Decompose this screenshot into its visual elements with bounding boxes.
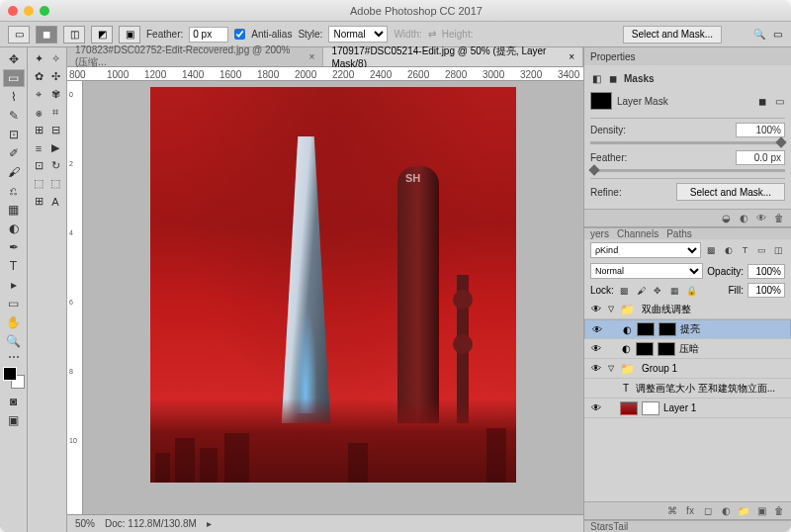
- visibility-icon[interactable]: 👁: [590, 363, 602, 374]
- pixel-mask-icon[interactable]: ◼: [756, 95, 768, 107]
- layers-tab[interactable]: yers: [590, 228, 609, 239]
- brush-tool[interactable]: 🖌: [3, 163, 25, 181]
- ext-tool-5[interactable]: ⌖: [31, 86, 46, 103]
- selection-new-button[interactable]: ◼: [36, 26, 57, 44]
- lasso-tool[interactable]: ⌇: [3, 88, 25, 106]
- refine-select-mask-button[interactable]: Select and Mask...: [676, 183, 785, 201]
- ext-tool-1[interactable]: ✦: [31, 50, 46, 67]
- mask-from-selection-icon[interactable]: ◒: [720, 213, 732, 224]
- add-adjustment-icon[interactable]: ◐: [720, 505, 732, 517]
- vector-mask-icon[interactable]: ▭: [773, 95, 785, 107]
- ext-tool-12[interactable]: ▶: [47, 139, 63, 156]
- workspace-icon[interactable]: ▭: [771, 29, 783, 41]
- layer-row[interactable]: 👁◐压暗: [584, 339, 791, 359]
- ext-tool-16[interactable]: ⬚: [47, 175, 63, 192]
- canvas-viewport[interactable]: SH: [83, 81, 583, 514]
- paths-tab[interactable]: Paths: [666, 228, 692, 239]
- layer-filter-select[interactable]: ρKind: [590, 242, 701, 258]
- hand-tool[interactable]: ✋: [3, 313, 25, 331]
- lock-paint-icon[interactable]: 🖌: [635, 284, 648, 297]
- ext-tool-9[interactable]: ⊞: [31, 122, 46, 138]
- document-tab-0[interactable]: 170823#DSC02752-Edit-Recovered.jpg @ 200…: [67, 47, 323, 66]
- ext-tool-11[interactable]: ≡: [31, 139, 46, 156]
- visibility-icon[interactable]: 👁: [590, 304, 602, 314]
- path-select-tool[interactable]: ▸: [3, 276, 25, 294]
- layer-thumbnail[interactable]: [620, 401, 638, 415]
- move-tool[interactable]: ✥: [3, 50, 25, 68]
- mask-thumbnail[interactable]: [658, 342, 675, 356]
- shape-tool[interactable]: ▭: [3, 295, 25, 312]
- close-tab-icon[interactable]: ×: [309, 51, 315, 62]
- lock-trans-icon[interactable]: ▩: [618, 284, 631, 297]
- ext-tool-14[interactable]: ↻: [47, 157, 63, 174]
- visibility-icon[interactable]: 👁: [590, 402, 602, 413]
- add-mask-icon[interactable]: ◻: [702, 505, 714, 517]
- layer-row[interactable]: T调整画笔大小 至和建筑物立面...: [584, 379, 791, 399]
- layer-thumbnail[interactable]: [637, 322, 655, 336]
- document-tab-1[interactable]: 170917#DSC05214-Edit.jpg @ 50% (提亮, Laye…: [323, 47, 583, 66]
- delete-layer-icon[interactable]: 🗑: [773, 505, 785, 517]
- selection-subtract-button[interactable]: ◩: [91, 26, 113, 44]
- feather-slider[interactable]: [590, 169, 785, 172]
- link-layers-icon[interactable]: ⌘: [666, 505, 678, 517]
- select-and-mask-button[interactable]: Select and Mask...: [623, 26, 722, 44]
- fill-value[interactable]: 100%: [747, 283, 785, 298]
- density-value[interactable]: 100%: [736, 123, 785, 137]
- ext-tool-7[interactable]: ⎈: [31, 104, 46, 121]
- adjust-icon[interactable]: ◧: [590, 72, 602, 84]
- starstail-panel-tab[interactable]: StarsTail: [584, 520, 791, 532]
- feather-input[interactable]: [189, 27, 228, 43]
- zoom-window-button[interactable]: [40, 6, 49, 16]
- zoom-level[interactable]: 50%: [75, 518, 95, 529]
- visibility-icon[interactable]: 👁: [590, 343, 602, 354]
- type-tool[interactable]: T: [3, 257, 25, 275]
- ext-tool-18[interactable]: A: [47, 193, 63, 210]
- ext-tool-10[interactable]: ⊟: [47, 122, 63, 138]
- quick-mask-toggle[interactable]: ◙: [3, 393, 25, 410]
- layer-thumbnail[interactable]: [636, 342, 654, 356]
- minimize-window-button[interactable]: [24, 6, 34, 16]
- crop-tool[interactable]: ⊡: [3, 126, 25, 143]
- eyedropper-tool[interactable]: ✐: [3, 144, 25, 162]
- marquee-tool[interactable]: ▭: [3, 69, 25, 87]
- pen-tool[interactable]: ✒: [3, 238, 25, 256]
- selection-add-button[interactable]: ◫: [63, 26, 85, 44]
- ext-tool-15[interactable]: ⬚: [31, 175, 46, 192]
- density-slider[interactable]: [590, 141, 785, 144]
- screen-mode-toggle[interactable]: ▣: [3, 411, 25, 429]
- filter-pixel-icon[interactable]: ▩: [705, 244, 718, 257]
- blend-mode-select[interactable]: Normal: [590, 263, 703, 279]
- ext-tool-13[interactable]: ⊡: [31, 157, 46, 174]
- close-window-button[interactable]: [8, 6, 18, 16]
- visibility-icon[interactable]: 👁: [591, 324, 603, 335]
- layer-row[interactable]: 👁Layer 1: [584, 399, 791, 418]
- lock-pos-icon[interactable]: ✥: [652, 284, 664, 297]
- mask-thumbnail[interactable]: [642, 401, 659, 415]
- gradient-tool[interactable]: ▦: [3, 201, 25, 219]
- color-swatches[interactable]: [3, 367, 25, 389]
- selection-intersect-button[interactable]: ▣: [119, 26, 140, 44]
- close-tab-icon[interactable]: ×: [569, 51, 574, 62]
- style-select[interactable]: Normal: [328, 26, 388, 43]
- properties-panel-header[interactable]: Properties: [584, 47, 791, 65]
- filter-adjust-icon[interactable]: ◐: [722, 244, 735, 257]
- ext-tool-6[interactable]: ✾: [47, 86, 63, 103]
- ext-tool-2[interactable]: ✧: [47, 50, 63, 67]
- layer-fx-icon[interactable]: fx: [684, 505, 696, 517]
- layer-row[interactable]: 👁◐提亮: [584, 319, 791, 339]
- filter-type-icon[interactable]: T: [739, 244, 751, 257]
- ext-tool-3[interactable]: ✿: [31, 68, 46, 85]
- channels-tab[interactable]: Channels: [617, 228, 659, 239]
- dodge-tool[interactable]: ◐: [3, 220, 25, 237]
- mask-icon[interactable]: ◼: [607, 72, 619, 84]
- filter-smart-icon[interactable]: ◫: [772, 244, 785, 257]
- ext-tool-8[interactable]: ⌗: [47, 104, 63, 121]
- edit-toolbar[interactable]: ⋯: [3, 351, 25, 363]
- mask-feather-value[interactable]: 0.0 px: [736, 150, 785, 165]
- new-group-icon[interactable]: 📁: [738, 505, 749, 517]
- clone-tool[interactable]: ⎌: [3, 182, 25, 200]
- filter-shape-icon[interactable]: ▭: [755, 244, 768, 257]
- ext-tool-17[interactable]: ⊞: [31, 193, 46, 210]
- lock-artboard-icon[interactable]: ▦: [668, 284, 681, 297]
- layer-group-row[interactable]: 👁▽📁双曲线调整: [584, 300, 791, 319]
